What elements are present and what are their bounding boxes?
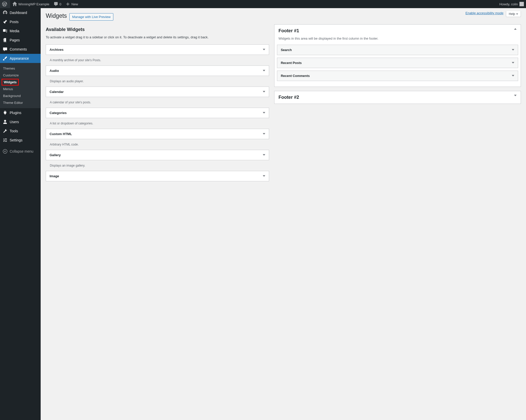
widget-description: A list or dropdown of categories. [46, 121, 269, 129]
submenu-widgets[interactable]: Widgets [2, 79, 19, 86]
pin-icon [3, 19, 8, 24]
menu-users[interactable]: Users [0, 117, 41, 126]
menu-collapse[interactable]: Collapse menu [0, 147, 41, 156]
menu-plugins[interactable]: Plugins [0, 108, 41, 117]
chevron-down-icon [263, 154, 265, 156]
wordpress-icon [2, 2, 7, 7]
widget-description: Displays an image gallery. [46, 163, 269, 171]
chevron-down-icon [263, 91, 265, 92]
widget-name: Custom HTML [50, 132, 72, 136]
chevron-down-icon [263, 175, 265, 177]
user-icon [3, 119, 8, 124]
page-title: Widgets [46, 10, 67, 20]
account-link[interactable]: Howdy, colin [497, 0, 526, 8]
widget-area-body: SearchRecent PostsRecent Comments [274, 45, 521, 87]
plus-icon [65, 2, 70, 7]
chevron-down-icon [512, 49, 514, 51]
chevron-down-icon [516, 13, 518, 15]
menu-media[interactable]: Media [0, 26, 41, 36]
widget-name: Archives [50, 48, 64, 52]
placed-widget-name: Search [281, 48, 292, 52]
chevron-down-icon [263, 49, 265, 50]
menu-comments[interactable]: Comments [0, 45, 41, 54]
placed-widget-name: Recent Posts [281, 61, 302, 65]
available-widget[interactable]: Custom HTML [46, 129, 269, 139]
widget-description: Displays an audio player. [46, 78, 269, 87]
new-label: New [71, 2, 78, 6]
dashboard-icon [3, 10, 8, 15]
widget-area-header[interactable]: Footer #2 [274, 91, 521, 104]
comments-link[interactable]: 0 [51, 0, 63, 8]
submenu-menus[interactable]: Menus [0, 86, 41, 92]
widget-description: A calendar of your site's posts. [46, 100, 269, 108]
collapse-icon [3, 149, 8, 154]
available-widgets-heading: Available Widgets [46, 27, 269, 32]
wrench-icon [3, 128, 8, 134]
new-link[interactable]: New [63, 0, 80, 8]
menu-posts[interactable]: Posts [0, 17, 41, 26]
available-widget[interactable]: Image [46, 171, 269, 181]
chevron-down-icon [512, 75, 514, 76]
placed-widget-name: Recent Comments [281, 74, 310, 78]
widget-area: Footer #1Widgets in this area will be di… [274, 24, 521, 87]
widget-description: Arbitrary HTML code. [46, 142, 269, 150]
howdy-text: Howdy, colin [499, 2, 518, 6]
admin-bar: WinningWP Example 0 New Howdy, colin [0, 0, 526, 8]
widget-area-title: Footer #2 [279, 95, 299, 100]
content-wrap: Widgets Manage with Live Preview Enable … [41, 0, 526, 189]
available-widget[interactable]: Audio [46, 66, 269, 76]
menu-settings[interactable]: Settings [0, 136, 41, 145]
menu-tools[interactable]: Tools [0, 126, 41, 136]
sidebar-areas-column: Footer #1Widgets in this area will be di… [274, 24, 521, 108]
comment-icon [53, 2, 58, 7]
media-icon [3, 28, 8, 34]
wp-logo[interactable] [0, 0, 10, 8]
chevron-down-icon [263, 112, 265, 114]
widget-name: Audio [50, 69, 59, 73]
available-widget[interactable]: Categories [46, 108, 269, 118]
chevron-down-icon [512, 62, 514, 63]
available-widget[interactable]: Calendar [46, 87, 269, 97]
submenu-background[interactable]: Background [0, 92, 41, 99]
widget-area: Footer #2 [274, 91, 521, 104]
submenu-theme-editor[interactable]: Theme Editor [0, 99, 41, 106]
comments-icon [3, 47, 8, 52]
placed-widget[interactable]: Recent Posts [277, 58, 518, 68]
available-widgets-column: Available Widgets To activate a widget d… [46, 24, 269, 184]
available-widgets-desc: To activate a widget drag it to a sideba… [46, 35, 269, 40]
home-icon [12, 2, 17, 7]
admin-menu: Dashboard Posts Media Pages Comments App… [0, 8, 41, 189]
widget-area-desc: Widgets in this area will be displayed i… [274, 35, 521, 45]
available-widget[interactable]: Archives [46, 44, 269, 55]
help-tab[interactable]: Help [506, 11, 521, 17]
widget-name: Gallery [50, 153, 61, 157]
chevron-down-icon [514, 95, 517, 96]
widget-area-title: Footer #1 [279, 28, 299, 34]
widget-description: A monthly archive of your site's Posts. [46, 57, 269, 66]
chevron-down-icon [263, 133, 265, 135]
appearance-submenu: Themes Customize Widgets Menus Backgroun… [0, 63, 41, 108]
plug-icon [3, 110, 8, 115]
avatar [519, 2, 524, 6]
site-title: WinningWP Example [18, 2, 49, 6]
brush-icon [3, 56, 8, 61]
placed-widget[interactable]: Recent Comments [277, 71, 518, 81]
chevron-down-icon [263, 70, 265, 71]
available-widget[interactable]: Gallery [46, 150, 269, 160]
menu-dashboard[interactable]: Dashboard [0, 8, 41, 17]
pages-icon [3, 38, 8, 43]
comment-count: 0 [59, 2, 61, 6]
site-home-link[interactable]: WinningWP Example [10, 0, 51, 8]
live-preview-button[interactable]: Manage with Live Preview [69, 13, 113, 21]
submenu-customize[interactable]: Customize [0, 72, 41, 79]
submenu-themes[interactable]: Themes [0, 65, 41, 72]
placed-widget[interactable]: Search [277, 45, 518, 55]
menu-pages[interactable]: Pages [0, 36, 41, 45]
accessibility-mode-link[interactable]: Enable accessibility mode [466, 11, 504, 15]
widget-name: Calendar [50, 90, 64, 94]
menu-appearance[interactable]: Appearance [0, 54, 41, 63]
widget-area-header[interactable]: Footer #1 [274, 25, 521, 35]
widget-name: Image [50, 174, 59, 178]
widget-name: Categories [50, 111, 67, 115]
sliders-icon [3, 138, 8, 143]
